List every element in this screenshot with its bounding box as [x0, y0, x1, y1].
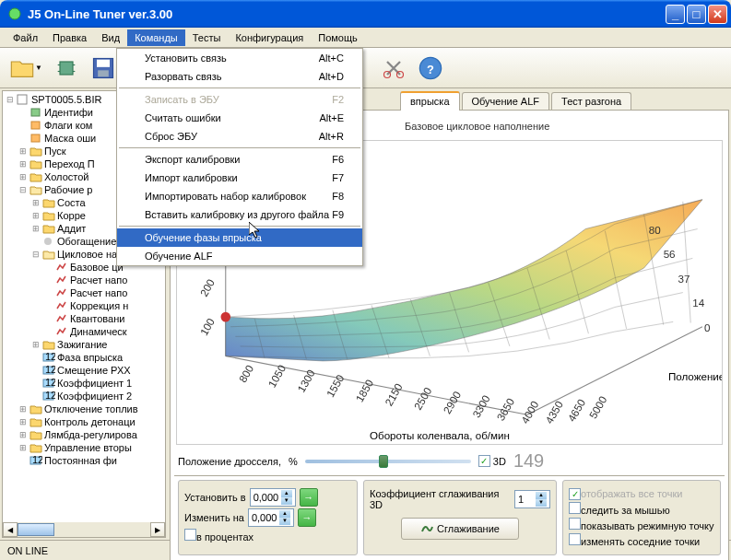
svg-text:2150: 2150	[383, 380, 405, 407]
svg-text:12: 12	[45, 378, 55, 388]
svg-text:14: 14	[692, 297, 704, 309]
throttle-label: Положение дросселя,	[178, 456, 281, 467]
menu-item[interactable]: Считать ошибкиAlt+E	[117, 109, 362, 127]
tree-node[interactable]: 12Фаза впрыска	[5, 351, 163, 364]
svg-text:5000: 5000	[586, 393, 608, 420]
smooth-button[interactable]: Сглаживание	[401, 518, 519, 540]
svg-text:200: 200	[197, 276, 217, 298]
maximize-button[interactable]: □	[687, 5, 706, 24]
svg-point-0	[9, 8, 20, 19]
percent-checkbox[interactable]	[184, 529, 196, 541]
app-icon	[7, 6, 22, 21]
toolbar: ▼ ?	[0, 48, 731, 88]
svg-text:?: ?	[427, 62, 434, 76]
tree-node[interactable]: Коррекция н	[5, 299, 163, 312]
svg-text:80: 80	[649, 224, 661, 236]
save-button[interactable]	[87, 52, 120, 85]
svg-text:3650: 3650	[494, 395, 516, 422]
tree-node[interactable]: ⊞Отключение топлив	[5, 402, 163, 415]
menu-edit[interactable]: Правка	[45, 29, 94, 46]
svg-text:4350: 4350	[543, 398, 565, 425]
close-button[interactable]: ✕	[708, 5, 727, 24]
menu-item[interactable]: Обучение ALF	[117, 247, 362, 265]
status-online: ON LINE	[7, 545, 48, 556]
chart-title: Базовое цикловое наполнение	[405, 121, 549, 132]
tool-cut-icon[interactable]	[377, 52, 410, 85]
menu-item[interactable]: Обучение фазы впрыска	[117, 228, 362, 247]
title-bar: J5 On-Line Tuner ver.3.00 _ □ ✕	[0, 0, 731, 28]
tree-node[interactable]: 12Коэффициент 2	[5, 390, 163, 402]
menu-item[interactable]: Экспорт калибровкиF6	[117, 150, 362, 169]
tab-injection[interactable]: впрыска	[400, 91, 460, 111]
svg-rect-7	[97, 59, 110, 66]
tree-node[interactable]: Квантовани	[5, 312, 163, 325]
scroll-right-button[interactable]: ▶	[150, 522, 165, 537]
value-display: 149	[513, 450, 544, 472]
set-apply-button[interactable]: →	[300, 488, 318, 507]
tree-node[interactable]: 12Коэффициент 1	[5, 377, 163, 390]
menu-config[interactable]: Конфигурация	[228, 29, 311, 46]
menu-help[interactable]: Помощь	[311, 29, 365, 46]
chip-button[interactable]	[50, 52, 83, 85]
svg-text:0: 0	[704, 321, 711, 333]
scroll-left-button[interactable]: ◀	[3, 522, 18, 537]
menu-item[interactable]: Сброс ЭБУAlt+R	[117, 127, 362, 146]
menu-bar: Файл Правка Вид Команды Тесты Конфигурац…	[0, 28, 731, 48]
menu-item[interactable]: Импорт калибровкиF7	[117, 169, 362, 187]
svg-text:12: 12	[45, 391, 55, 401]
svg-rect-14	[31, 109, 40, 116]
show-all-checkbox[interactable]: ✓	[569, 488, 581, 500]
tree-node[interactable]: Динамическ	[5, 325, 163, 338]
tab-accel[interactable]: Тест разгона	[551, 92, 631, 110]
menu-file[interactable]: Файл	[6, 29, 45, 46]
svg-text:12: 12	[32, 455, 42, 465]
svg-rect-8	[98, 70, 109, 76]
smooth-k-input[interactable]: 1▲▼	[514, 490, 550, 508]
tree-node[interactable]: Расчет напо	[5, 286, 163, 299]
tree-node[interactable]: ⊞Управление вторы	[5, 441, 163, 454]
throttle-slider[interactable]	[305, 460, 471, 463]
svg-text:3300: 3300	[470, 392, 492, 419]
tree-node[interactable]: ⊞Лямбда-регулирова	[5, 428, 163, 441]
minimize-button[interactable]: _	[666, 5, 685, 24]
menu-tests[interactable]: Тесты	[185, 29, 229, 46]
menu-item[interactable]: Разорвать связьAlt+D	[117, 67, 362, 86]
slider-knob[interactable]	[379, 455, 388, 468]
svg-rect-16	[31, 134, 40, 142]
menu-item[interactable]: Установить связьAlt+C	[117, 49, 362, 67]
svg-text:Обороты коленвала, об/мин: Обороты коленвала, об/мин	[370, 429, 510, 441]
tree-node[interactable]: ⊞Контроль детонаци	[5, 415, 163, 428]
chart-marker[interactable]	[220, 312, 230, 322]
show-regime-checkbox[interactable]	[569, 518, 581, 530]
tool-help-icon[interactable]: ?	[414, 52, 447, 85]
svg-text:56: 56	[664, 248, 676, 260]
change-value-input[interactable]: 0,000▲▼	[248, 508, 294, 527]
open-button[interactable]: ▼	[6, 52, 46, 85]
tree-h-scrollbar[interactable]: ◀ ▶	[3, 522, 165, 537]
change-apply-button[interactable]: →	[298, 508, 316, 527]
svg-text:12: 12	[45, 365, 55, 375]
menu-commands[interactable]: Команды	[127, 29, 185, 46]
tree-node[interactable]: 12Постоянная фи	[5, 454, 163, 467]
set-value-input[interactable]: 0,000▲▼	[250, 488, 296, 507]
smooth-icon	[420, 522, 433, 535]
3d-checkbox[interactable]: ✓	[478, 455, 490, 467]
menu-item[interactable]: Записать в ЭБУF2	[117, 90, 362, 109]
tab-alf[interactable]: Обучение ALF	[462, 92, 550, 110]
tree-node[interactable]: ⊞Зажигание	[5, 338, 163, 351]
svg-text:1850: 1850	[353, 377, 375, 403]
menu-item[interactable]: Вставить калибровку из другого файлаF9	[117, 205, 362, 224]
tree-node[interactable]: 12Смещение РХХ	[5, 364, 163, 377]
svg-text:1300: 1300	[295, 367, 317, 393]
menu-view[interactable]: Вид	[94, 29, 127, 46]
change-adj-checkbox[interactable]	[569, 533, 581, 545]
menu-item[interactable]: Импортировать набор калибровокF8	[117, 187, 362, 205]
svg-text:4650: 4650	[565, 396, 587, 423]
scroll-thumb[interactable]	[18, 523, 54, 536]
commands-dropdown: Установить связьAlt+CРазорвать связьAlt+…	[116, 48, 363, 266]
svg-point-17	[44, 238, 52, 245]
tree-node[interactable]: Расчет напо	[5, 274, 163, 286]
svg-text:800: 800	[236, 362, 255, 384]
svg-text:4000: 4000	[518, 398, 540, 425]
follow-mouse-checkbox[interactable]	[569, 502, 581, 514]
